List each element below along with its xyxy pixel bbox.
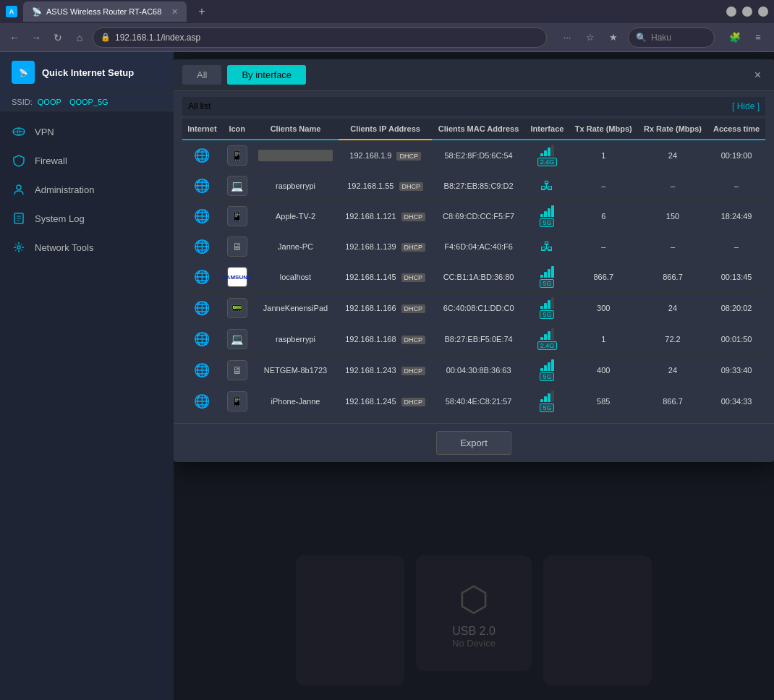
sidebar-item-firewall[interactable]: Firewall: [0, 146, 174, 175]
access-time-cell: –: [707, 232, 765, 262]
col-tx-rate: Tx Rate (Mbps): [569, 119, 638, 140]
export-button[interactable]: Export: [436, 431, 511, 455]
mac-cell: B8:27:EB:85:C9:D2: [432, 171, 525, 201]
device-icon: 📟: [227, 298, 247, 318]
access-time-cell: 09:33:40: [707, 355, 765, 386]
vpn-icon: [12, 124, 26, 139]
table-row: 🌐🖥NETGEM-8b1723192.168.1.243 DHCP00:04:3…: [182, 355, 765, 386]
rx-cell: 150: [638, 201, 707, 232]
menu-button[interactable]: ≡: [748, 27, 768, 48]
minimize-button[interactable]: [726, 7, 736, 17]
interface-cell: 5G: [525, 355, 569, 386]
internet-cell: 🌐: [182, 140, 222, 171]
table-row: 🌐📟JanneKenensiPad192.168.1.166 DHCP6C:40…: [182, 293, 765, 324]
device-icon: 🖥: [227, 236, 247, 257]
icon-cell: 🖥: [222, 232, 252, 262]
table-row: 🌐💻raspberrypi192.168.1.168 DHCPB8:27:EB:…: [182, 324, 765, 355]
search-icon: 🔍: [636, 33, 647, 43]
table-container: All list [ Hide ] Internet Icon Clients …: [174, 91, 774, 423]
rx-cell: –: [638, 171, 707, 201]
reload-button[interactable]: ↻: [49, 29, 67, 46]
tab-by-interface-button[interactable]: By interface: [227, 65, 306, 85]
ip-cell: 192.168.1.168 DHCP: [339, 324, 432, 355]
hide-button[interactable]: [ Hide ]: [732, 101, 760, 111]
clients-modal: All By interface × All list [ Hide ] Int…: [174, 59, 774, 462]
mac-cell: B8:27:EB:F5:0E:74: [432, 324, 525, 355]
systemlog-label: System Log: [35, 213, 85, 224]
table-row: 🌐💻raspberrypi192.168.1.55 DHCPB8:27:EB:8…: [182, 171, 765, 201]
tx-cell: 1: [569, 140, 638, 171]
tab-close-button[interactable]: ✕: [171, 7, 178, 17]
rx-cell: 866.7: [638, 262, 707, 293]
close-button[interactable]: [758, 7, 768, 17]
maximize-button[interactable]: [742, 7, 752, 17]
tab-all-button[interactable]: All: [182, 65, 221, 85]
star-button[interactable]: ★: [603, 27, 624, 48]
ssid2-link[interactable]: QOOP_5G: [69, 98, 109, 106]
firewall-label: Firewall: [35, 155, 67, 166]
address-bar[interactable]: 🔒 192.168.1.1/index.asp: [93, 27, 547, 48]
name-cell: raspberrypi: [252, 324, 339, 355]
security-icon: 🔒: [101, 33, 111, 42]
sidebar-item-vpn[interactable]: VPN: [0, 117, 174, 146]
tx-cell: 6: [569, 201, 638, 232]
access-time-cell: –: [707, 171, 765, 201]
col-rx-rate: Rx Rate (Mbps): [638, 119, 707, 140]
search-box[interactable]: 🔍 Haku: [628, 27, 715, 48]
icon-cell: SAMSUNG: [222, 262, 252, 293]
tx-cell: –: [569, 171, 638, 201]
extensions-button[interactable]: 🧩: [725, 27, 745, 48]
tx-cell: 866.7: [569, 262, 638, 293]
svg-point-2: [17, 185, 21, 189]
back-button[interactable]: ←: [6, 29, 23, 46]
bookmark-button[interactable]: ☆: [580, 27, 600, 48]
ssid1-link[interactable]: QOOP: [38, 98, 61, 106]
access-time-cell: 18:24:49: [707, 201, 765, 232]
name-cell: Janne-PC: [252, 232, 339, 262]
access-time-cell: 00:13:45: [707, 262, 765, 293]
new-tab-button[interactable]: +: [192, 5, 210, 18]
address-url: 192.168.1.1/index.asp: [115, 33, 200, 43]
more-button[interactable]: ···: [557, 27, 577, 48]
name-cell: JanneKenensiPad: [252, 293, 339, 324]
table-row: 🌐📱████████192.168.1.9 DHCP58:E2:8F:D5:6C…: [182, 140, 765, 171]
col-icon: Icon: [222, 119, 252, 140]
table-row: 🌐📱Apple-TV-2192.168.1.121 DHCPC8:69:CD:C…: [182, 201, 765, 232]
name-cell: NETGEM-8b1723: [252, 355, 339, 386]
content-area: ⬡ USB 2.0 No Device All By interface × A…: [174, 52, 774, 700]
rx-cell: 72.2: [638, 324, 707, 355]
clients-table: Internet Icon Clients Name Clients IP Ad…: [182, 119, 765, 417]
home-button[interactable]: ⌂: [71, 29, 88, 46]
icon-cell: 💻: [222, 324, 252, 355]
device-icon: 📱: [227, 391, 247, 411]
name-cell: raspberrypi: [252, 171, 339, 201]
mac-cell: CC:B1:1A:BD:36:80: [432, 262, 525, 293]
sidebar-item-administration[interactable]: Administration: [0, 175, 174, 204]
access-time-cell: 08:20:02: [707, 293, 765, 324]
interface-cell: 5G: [525, 201, 569, 232]
tx-cell: 400: [569, 355, 638, 386]
administration-label: Administration: [35, 184, 94, 195]
sidebar-item-networktools[interactable]: Network Tools: [0, 233, 174, 262]
modal-header: All By interface ×: [174, 59, 774, 91]
forward-button[interactable]: →: [27, 29, 45, 46]
device-icon: SAMSUNG: [227, 267, 247, 287]
mac-cell: 00:04:30:8B:36:63: [432, 355, 525, 386]
networktools-icon: [12, 240, 26, 255]
browser-favicon: A: [6, 6, 17, 17]
col-clients-name: Clients Name: [252, 119, 339, 140]
sidebar-title: Quick Internet Setup: [42, 67, 134, 78]
ip-cell: 192.168.1.9 DHCP: [339, 140, 432, 171]
sidebar-item-systemlog[interactable]: System Log: [0, 204, 174, 233]
all-list-title: All list: [188, 101, 210, 111]
networktools-label: Network Tools: [35, 242, 93, 253]
modal-overlay: All By interface × All list [ Hide ] Int…: [174, 52, 774, 700]
icon-cell: 📱: [222, 386, 252, 417]
interface-cell: 🖧: [525, 171, 569, 201]
browser-tab[interactable]: 📡 ASUS Wireless Router RT-AC68 ✕: [23, 1, 187, 22]
browser-toolbar-right: 🧩 ≡: [725, 27, 768, 48]
browser-titlebar: A 📡 ASUS Wireless Router RT-AC68 ✕ +: [0, 0, 774, 23]
modal-close-button[interactable]: ×: [750, 67, 765, 83]
rx-cell: –: [638, 232, 707, 262]
sidebar-header: 📡 Quick Internet Setup: [0, 52, 174, 93]
